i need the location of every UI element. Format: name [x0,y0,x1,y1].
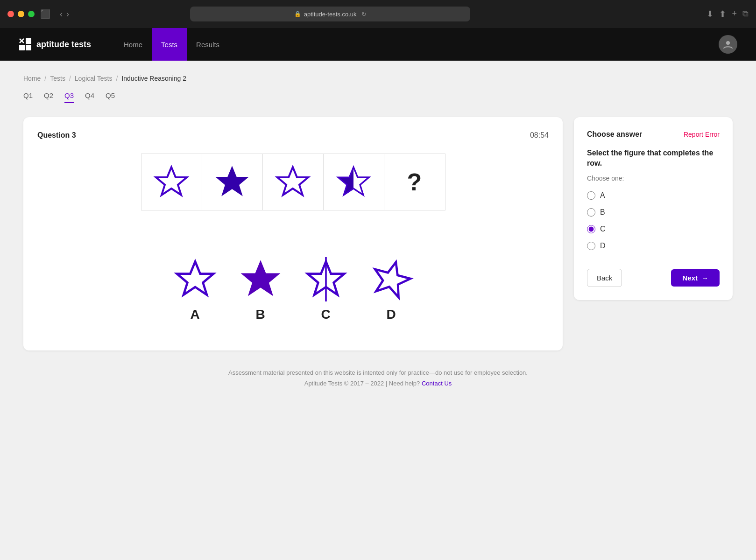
answer-label-c: C [321,307,330,322]
question-mark-symbol: ? [407,168,422,196]
question-header: Question 3 08:54 [37,131,549,140]
browser-chrome: ⬛ ‹ › 🔒 aptitude-tests.co.uk ↻ ⬇ ⬆ + ⧉ [0,0,756,28]
back-button[interactable]: ‹ [60,9,63,19]
panel-title: Choose answer [587,130,642,139]
logo-icon [19,38,32,51]
svg-marker-7 [217,167,247,195]
forward-button[interactable]: › [66,9,69,19]
svg-marker-6 [156,167,187,195]
radio-a[interactable] [587,191,595,200]
radio-c[interactable] [587,225,595,233]
browser-actions: ⬇ ⬆ + ⧉ [707,9,749,19]
main-layout: Question 3 08:54 [23,117,733,350]
svg-rect-2 [26,38,31,44]
breadcrumb-logical[interactable]: Logical Tests [75,75,113,82]
breadcrumb-current: Inductive Reasoning 2 [121,75,186,82]
star-1 [153,163,190,201]
answer-star-c [303,257,349,301]
contact-us-link[interactable]: Contact Us [422,380,452,387]
nav-results[interactable]: Results [187,28,229,61]
answer-panel: Choose answer Report Error Select the fi… [574,117,733,300]
answer-label-d: D [386,307,396,322]
svg-marker-14 [177,262,213,295]
nav-links: Home Tests Results [114,28,229,61]
star-4 [335,163,372,201]
tab-q2[interactable]: Q2 [44,91,53,103]
svg-rect-3 [19,45,25,50]
browser-nav-controls: ‹ › [60,9,69,19]
answer-label-a: A [190,307,199,322]
user-avatar[interactable] [719,35,737,54]
radio-label-d: D [600,242,606,250]
radio-option-c[interactable]: C [587,225,720,233]
tab-q4[interactable]: Q4 [85,91,94,103]
answer-option-d: D [368,257,415,322]
star-2 [213,163,251,201]
svg-rect-4 [26,45,31,50]
star-3 [274,163,311,201]
logo-svg [19,38,32,51]
question-timer: 08:54 [530,131,549,140]
new-tab-icon[interactable]: + [732,9,737,19]
next-label: Next [682,274,698,282]
footer-copyright: Aptitude Tests © 2017 – 2022 | Need help… [23,380,733,387]
star-cell-question: ? [384,154,445,210]
report-error-link[interactable]: Report Error [684,131,720,138]
question-title: Question 3 [37,131,76,140]
radio-d[interactable] [587,242,595,250]
back-button[interactable]: Back [587,269,622,287]
svg-marker-20 [369,258,413,299]
traffic-lights [7,11,35,17]
tab-q1[interactable]: Q1 [23,91,33,103]
next-arrow-icon: → [701,274,708,282]
answer-star-d [368,257,415,301]
nav-tests[interactable]: Tests [152,28,187,61]
sidebar-toggle-button[interactable]: ⬛ [40,9,50,19]
window-icon[interactable]: ⧉ [742,9,749,19]
download-icon[interactable]: ⬇ [707,9,714,19]
traffic-light-yellow[interactable] [18,11,24,17]
traffic-light-green[interactable] [28,11,35,17]
url-text: aptitude-tests.co.uk [304,11,357,18]
radio-option-a[interactable]: A [587,191,720,200]
nav-home[interactable]: Home [114,28,152,61]
navbar: aptitude tests Home Tests Results [0,28,756,61]
share-icon[interactable]: ⬆ [719,9,726,19]
star-cell-2 [202,154,263,210]
tab-q5[interactable]: Q5 [106,91,115,103]
answer-option-b: B [237,257,284,322]
panel-actions: Back Next → [587,269,720,287]
page-content: Home / Tests / Logical Tests / Inductive… [0,61,756,560]
star-cell-1 [141,154,202,210]
logo[interactable]: aptitude tests [19,38,91,51]
question-tabs: Q1 Q2 Q3 Q4 Q5 [23,91,733,103]
radio-label-a: A [600,191,605,200]
panel-header: Choose answer Report Error [587,130,720,139]
panel-instruction: Select the figure that completes the row… [587,148,720,169]
question-card: Question 3 08:54 [23,117,563,350]
radio-option-d[interactable]: D [587,242,720,250]
answer-options: A B [37,257,549,322]
traffic-light-red[interactable] [7,11,14,17]
answer-star-b [237,257,284,301]
reload-icon[interactable]: ↻ [361,11,367,18]
star-cell-4 [324,154,384,210]
tab-q3[interactable]: Q3 [64,91,74,103]
star-cell-3 [263,154,324,210]
star-sequence: ? [141,154,445,210]
svg-marker-15 [242,262,278,295]
answer-star-a [172,257,219,301]
answer-option-a: A [172,257,219,322]
address-bar[interactable]: 🔒 aptitude-tests.co.uk ↻ [190,7,470,21]
answer-option-c: C [303,257,349,322]
radio-options: A B C D [587,191,720,250]
radio-option-b[interactable]: B [587,208,720,217]
svg-marker-8 [277,167,308,195]
next-button[interactable]: Next → [671,269,720,287]
lock-icon: 🔒 [294,11,301,17]
footer-disclaimer: Assessment material presented on this we… [23,369,733,376]
radio-label-c: C [600,225,606,233]
radio-b[interactable] [587,208,595,217]
breadcrumb-tests[interactable]: Tests [50,75,65,82]
breadcrumb-home[interactable]: Home [23,75,41,82]
